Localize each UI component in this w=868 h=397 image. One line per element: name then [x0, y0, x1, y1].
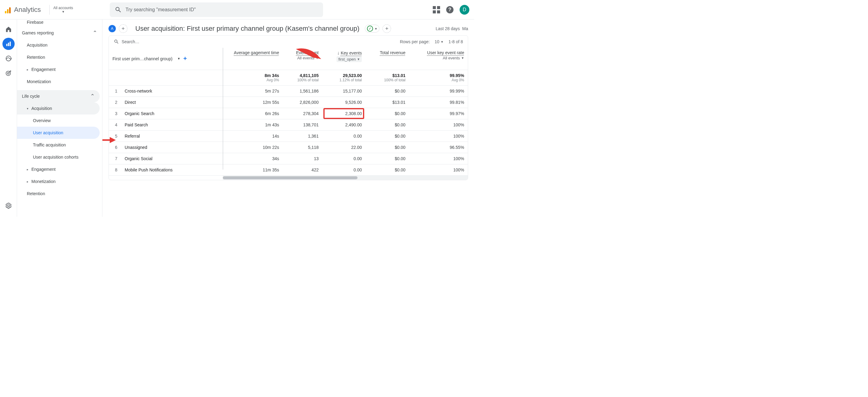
product-name: Analytics — [14, 6, 41, 14]
sidebar-item-engagement-lc[interactable]: Engagement — [17, 163, 102, 175]
horizontal-scrollbar[interactable] — [223, 176, 468, 180]
cell-key-events: 22.00 — [322, 141, 365, 153]
cell-event-count: 1,361 — [283, 130, 322, 141]
cell-total-revenue: $0.00 — [365, 119, 409, 130]
cell-event-count: 422 — [283, 164, 322, 175]
account-selector[interactable]: All accounts ▼ — [53, 6, 73, 13]
table-toolbar: Search… Rows per page: 10 ▼ 1-8 of 8 — [109, 36, 468, 48]
cell-total-revenue: $0.00 — [365, 153, 409, 164]
table-row[interactable]: 6Unassigned10m 22s5,11822.00$0.0096.55% — [109, 141, 468, 153]
row-dimension: Unassigned — [121, 141, 213, 153]
row-index: 1 — [109, 85, 121, 97]
cell-total-revenue: $0.00 — [365, 164, 409, 175]
sidebar-item-engagement[interactable]: Engagement — [17, 63, 102, 75]
cell-key-events: 2,490.00 — [322, 119, 365, 130]
search-box[interactable]: Try searching "measurement ID" — [110, 2, 323, 17]
cell-avg-engagement: 34s — [213, 153, 282, 164]
cell-avg-engagement: 14s — [213, 130, 282, 141]
row-index: 4 — [109, 119, 121, 130]
sidebar-section-games-reporting[interactable]: Games reporting⌃ — [17, 27, 102, 39]
sidebar-item-acquisition-lc[interactable]: Acquisition — [17, 102, 100, 114]
dimension-selector[interactable]: First user prim…channel group) ▼ — [113, 56, 180, 61]
add-dimension-button[interactable]: + — [184, 55, 187, 62]
avatar[interactable]: D — [460, 5, 469, 14]
event-count-filter[interactable]: All events ▼ — [297, 56, 318, 60]
sidebar-item-overview[interactable]: Overview — [17, 114, 102, 127]
col-event-count[interactable]: Event countAll events ▼ — [283, 48, 322, 70]
help-icon[interactable]: ? — [446, 6, 454, 13]
rail-home[interactable] — [2, 23, 14, 35]
date-range-picker[interactable]: Last 28 days Ma — [436, 26, 468, 31]
rows-per-page-select[interactable]: 10 ▼ — [435, 39, 443, 44]
cell-avg-engagement: 6m 26s — [213, 108, 282, 119]
cell-total-revenue: $0.00 — [365, 108, 409, 119]
rows-per-page-label: Rows per page: — [400, 39, 430, 44]
chevron-down-icon: ▼ — [62, 10, 65, 13]
cell-event-count: 138,701 — [283, 119, 322, 130]
table-row[interactable]: 5Referral14s1,3610.00$0.00100% — [109, 130, 468, 141]
rail-reports[interactable] — [2, 38, 14, 50]
rail-explore[interactable] — [2, 53, 14, 65]
chevron-up-icon: ⌃ — [93, 30, 97, 36]
app-header: Analytics All accounts ▼ Try searching "… — [0, 0, 474, 20]
cell-key-events: 0.00 — [322, 153, 365, 164]
gear-icon — [5, 202, 12, 209]
sidebar-item-acquisition[interactable]: Acquisition — [17, 39, 102, 51]
sidebar-section-life-cycle[interactable]: Life cycle⌃ — [17, 90, 100, 102]
sidebar-item-retention-lc[interactable]: Retention — [17, 188, 102, 200]
summary-row: 8m 34sAvg 0% 4,811,105100% of total 29,5… — [109, 70, 468, 85]
audience-badge[interactable]: A — [108, 25, 116, 32]
rail-admin[interactable] — [2, 200, 14, 212]
sidebar-item-monetization[interactable]: Monetization — [17, 75, 102, 88]
cell-key-event-rate: 100% — [409, 164, 468, 175]
table-row[interactable]: 4Paid Search1m 43s138,7012,490.00$0.0010… — [109, 119, 468, 130]
add-comparison-button[interactable]: + — [119, 24, 127, 33]
reports-sidebar: Firebase Games reporting⌃ Acquisition Re… — [17, 20, 102, 217]
key-events-filter[interactable]: first_open ▼ — [337, 56, 362, 62]
apps-grid-icon[interactable] — [433, 6, 440, 13]
sidebar-item-user-acquisition[interactable]: User acquisition — [17, 127, 100, 139]
status-check-dropdown[interactable]: ✓ ▼ — [365, 25, 379, 33]
sidebar-item-monetization-lc[interactable]: Monetization — [17, 175, 102, 188]
rail-advertising[interactable] — [2, 67, 14, 79]
col-key-events[interactable]: ↓Key eventsfirst_open ▼ — [322, 48, 365, 70]
table-row[interactable]: 1Cross-network5m 27s1,561,18615,177.00$0… — [109, 85, 468, 97]
col-total-revenue[interactable]: Total revenue — [365, 48, 409, 70]
key-event-rate-filter[interactable]: All events ▼ — [443, 56, 464, 60]
cell-avg-engagement: 10m 22s — [213, 141, 282, 153]
table-row[interactable]: 7Organic Social34s130.00$0.00100% — [109, 153, 468, 164]
cell-key-events: 15,177.00 — [322, 85, 365, 97]
table-search[interactable]: Search… — [114, 39, 400, 44]
chevron-down-icon: ▼ — [441, 40, 444, 43]
row-index: 7 — [109, 153, 121, 164]
product-logo[interactable]: Analytics — [5, 6, 46, 14]
sidebar-item-retention[interactable]: Retention — [17, 51, 102, 63]
sidebar-item-firebase[interactable]: Firebase — [17, 20, 102, 27]
cell-key-events: 2,308.00 — [322, 108, 365, 119]
row-index: 6 — [109, 141, 121, 153]
cell-avg-engagement: 1m 43s — [213, 119, 282, 130]
cell-avg-engagement: 5m 27s — [213, 85, 282, 97]
cell-key-event-rate: 99.97% — [409, 108, 468, 119]
row-index: 3 — [109, 108, 121, 119]
add-button-secondary[interactable]: + — [382, 24, 391, 33]
row-index: 8 — [109, 164, 121, 175]
cell-key-events: 0.00 — [322, 130, 365, 141]
table-row[interactable]: 2Direct12m 55s2,826,0009,526.00$13.0199.… — [109, 97, 468, 108]
search-icon — [114, 39, 119, 44]
sidebar-item-user-acq-cohorts[interactable]: User acquisition cohorts — [17, 151, 102, 163]
report-titlebar: A + User acquisition: First user primary… — [102, 20, 474, 35]
nav-rail — [0, 20, 17, 217]
svg-rect-2 — [9, 42, 11, 46]
col-avg-engagement[interactable]: Average gagement time — [213, 48, 282, 70]
table-row[interactable]: 8Mobile Push Notifications11m 35s4220.00… — [109, 164, 468, 175]
sidebar-item-traffic-acquisition[interactable]: Traffic acquisition — [17, 139, 102, 151]
cell-key-event-rate: 99.81% — [409, 97, 468, 108]
cell-key-events: 9,526.00 — [322, 97, 365, 108]
table-row[interactable]: 3Organic Search6m 26s278,3042,308.00$0.0… — [109, 108, 468, 119]
cell-total-revenue: $13.01 — [365, 97, 409, 108]
chevron-down-icon: ▼ — [357, 58, 360, 61]
header-actions: ? D — [433, 5, 469, 14]
chevron-down-icon: ▼ — [461, 56, 464, 60]
col-key-event-rate[interactable]: User key event rateAll events ▼ — [409, 48, 468, 70]
